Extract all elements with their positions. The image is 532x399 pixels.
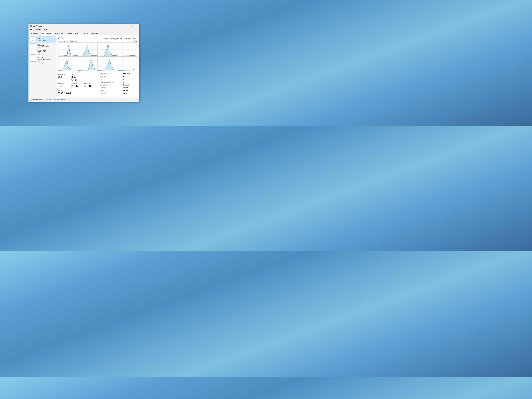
memory-name: Memory <box>38 44 55 46</box>
window-title: Task Manager <box>32 25 42 27</box>
footer: ∧ Fewer details ☼ Open Resource Monitor <box>29 98 139 102</box>
tab-services[interactable]: Services <box>90 32 100 35</box>
utilization-label: Utilization <box>58 74 69 75</box>
virt-label: Virtualization: <box>100 84 121 86</box>
menu-bar: File Options View <box>29 28 139 31</box>
base-speed-label: Base speed: <box>100 73 121 75</box>
sidebar-item-memory[interactable]: Memory 2,9/15,7 GB (18%) <box>29 43 56 49</box>
cpu-detail-panel: CPU Intel(R) Core(TM) i5-8265U CPU @ 1.6… <box>56 35 139 98</box>
utilization-value: 3% <box>58 75 69 79</box>
l1-value: 256 KB <box>123 87 137 89</box>
svg-rect-2 <box>30 26 31 27</box>
speed-value: 3,82 GHz <box>71 75 82 81</box>
tab-users[interactable]: Users <box>74 32 81 35</box>
memory-usage: 2,9/15,7 GB (18%) <box>38 46 55 48</box>
fewer-details-button[interactable]: ∧ Fewer details <box>30 99 43 101</box>
sidebar-item-gpu[interactable]: GPU 0 Intel(R) UHD Graphic... 0% <box>29 56 56 63</box>
cpu-panel-title: CPU <box>58 37 64 40</box>
sockets-label: Sockets: <box>100 76 121 78</box>
tab-performance[interactable]: Performance <box>40 32 53 35</box>
cpu-header: CPU Intel(R) Core(TM) i5-8265U CPU @ 1.6… <box>58 37 137 40</box>
stats-left: Utilization 3% Speed 3,82 GHz Processes … <box>58 73 97 95</box>
base-speed-value: 1,80 GHz <box>123 73 137 75</box>
cores-label: Cores: <box>100 78 121 81</box>
stat-handles: Handles 61208 <box>84 82 97 88</box>
uptime-value: 0:14:42:32 <box>58 91 95 94</box>
cpu-core-6-chart <box>98 57 117 71</box>
menu-file[interactable]: File <box>29 29 34 31</box>
threads-label: Threads <box>71 82 82 84</box>
speed-label: Speed <box>71 74 82 75</box>
svg-rect-3 <box>31 26 31 27</box>
cpu-core-grid <box>58 42 137 71</box>
monitor-icon: ☼ <box>45 99 48 101</box>
tab-startup[interactable]: Startup <box>65 32 73 35</box>
sockets-value: 1 <box>123 76 137 78</box>
threads-value: 2186 <box>71 84 82 88</box>
gpu-usage: 0% <box>38 60 55 62</box>
main-content: CPU 3% 3,82 GHz Memory 2 <box>29 35 139 98</box>
stats-right: Base speed: 1,80 GHz Sockets: 1 Cores: 4… <box>97 73 137 95</box>
chart-label-row: % Utilization over 60 seconds 100% <box>58 40 137 42</box>
gpu-sidebar-info: GPU 0 Intel(R) UHD Graphic... 0% <box>38 57 55 62</box>
cpu-core-4-chart <box>58 57 78 71</box>
chart-max: 100% <box>133 40 137 42</box>
l2-label: L2 cache: <box>100 90 121 92</box>
open-resource-monitor-button[interactable]: ☼ Open Resource Monitor <box>45 99 65 101</box>
menu-view[interactable]: View <box>43 29 48 31</box>
tab-processes[interactable]: Processes <box>29 32 40 35</box>
cpu-chart-section: % Utilization over 60 seconds 100% <box>58 40 137 71</box>
cpu-thumbnail <box>30 37 36 42</box>
l3-value: 6,0 MB <box>123 92 137 95</box>
menu-options[interactable]: Options <box>34 29 42 31</box>
sidebar-item-disk[interactable]: Disk 0 (C:) SSD 2% <box>29 49 56 56</box>
memory-sidebar-info: Memory 2,9/15,7 GB (18%) <box>38 44 55 48</box>
memory-thumbnail <box>30 43 36 48</box>
sidebar-item-cpu[interactable]: CPU 3% 3,82 GHz <box>29 36 56 43</box>
tab-details[interactable]: Details <box>81 32 90 35</box>
disk-usage: 2% <box>38 54 55 55</box>
handles-label: Handles <box>84 82 95 84</box>
stat-speed: Speed 3,82 GHz <box>71 73 84 82</box>
tabs-bar: Processes Performance App history Startu… <box>29 31 139 35</box>
chart-label: % Utilization over 60 seconds <box>58 40 77 42</box>
processes-value: 165 <box>58 84 69 88</box>
task-manager-window: Task Manager − □ ✕ File Options View Pro… <box>28 24 139 102</box>
close-button[interactable]: ✕ <box>135 25 138 27</box>
disk-type: SSD <box>38 52 55 54</box>
svg-rect-1 <box>31 25 31 26</box>
l3-label: L3 cache: <box>100 92 121 95</box>
window-controls: − □ ✕ <box>127 25 138 27</box>
l2-value: 1,0 MB <box>123 90 137 92</box>
tab-app-history[interactable]: App history <box>53 32 64 35</box>
disk-thumbnail <box>30 50 36 55</box>
title-bar: Task Manager − □ ✕ <box>29 24 139 28</box>
gpu-name: GPU 0 <box>38 57 55 59</box>
fewer-details-label: Fewer details <box>33 99 43 101</box>
minimize-button[interactable]: − <box>127 25 131 27</box>
app-icon <box>30 25 32 27</box>
svg-rect-16 <box>30 54 36 55</box>
open-resource-monitor-label: Open Resource Monitor <box>48 99 65 101</box>
gpu-model: Intel(R) UHD Graphic... <box>38 59 55 60</box>
stat-threads: Threads 2186 <box>71 82 84 88</box>
sidebar: CPU 3% 3,82 GHz Memory 2 <box>29 35 56 98</box>
cpu-core-3-chart <box>118 42 137 57</box>
cpu-core-1-chart <box>78 42 97 57</box>
disk-name: Disk 0 (C:) <box>38 50 55 52</box>
handles-value: 61208 <box>84 84 95 88</box>
stats-section: Utilization 3% Speed 3,82 GHz Processes … <box>58 73 137 95</box>
cpu-core-5-chart <box>78 57 97 71</box>
svg-rect-0 <box>30 25 31 26</box>
maximize-button[interactable]: □ <box>131 25 134 27</box>
cpu-sidebar-info: CPU 3% 3,82 GHz <box>38 38 55 41</box>
cores-value: 4 <box>123 78 137 81</box>
stat-processes: Processes 165 <box>58 82 71 88</box>
cpu-core-2-chart <box>98 42 117 57</box>
cpu-name: CPU <box>38 38 55 39</box>
cpu-usage: 3% 3,82 GHz <box>38 39 55 41</box>
cpu-model-name: Intel(R) Core(TM) i5-8265U CPU @ 1.60GHz <box>102 38 137 40</box>
logical-label: Logical processors: <box>100 81 121 83</box>
logical-value: 8 <box>123 81 137 83</box>
processes-label: Processes <box>58 82 69 84</box>
